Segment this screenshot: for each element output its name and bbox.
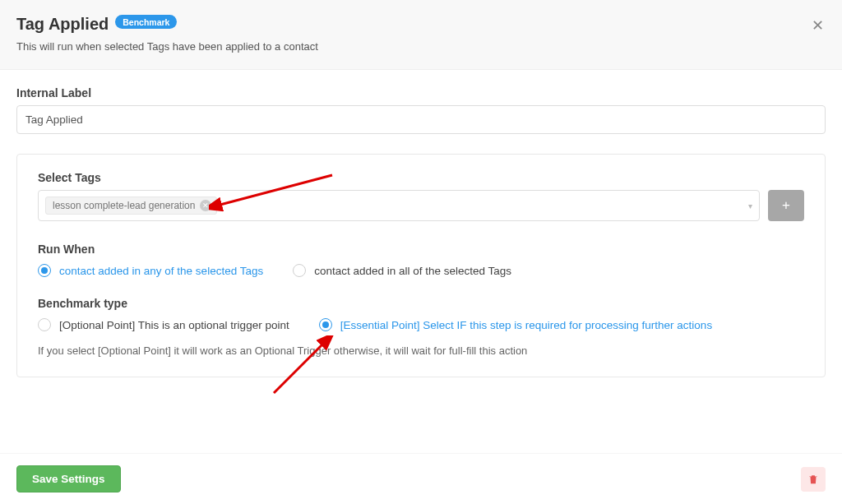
run-when-label: Run When xyxy=(38,243,804,256)
trash-icon xyxy=(807,474,819,485)
settings-card: Select Tags lesson complete-lead generat… xyxy=(16,154,826,377)
benchmark-type-label: Benchmark type xyxy=(38,297,804,310)
internal-label-label: Internal Label xyxy=(16,86,826,99)
radio-dot-icon xyxy=(293,264,306,277)
add-tag-button[interactable]: + xyxy=(768,190,804,221)
tag-select[interactable]: lesson complete-lead generation ✕ ▾ xyxy=(38,190,760,221)
panel-body: Internal Label Select Tags lesson comple… xyxy=(0,70,842,377)
close-button[interactable]: ✕ xyxy=(812,18,824,33)
save-settings-button[interactable]: Save Settings xyxy=(16,465,121,492)
panel-footer: Save Settings xyxy=(0,453,842,504)
panel-title: Tag Applied xyxy=(16,15,109,34)
radio-label-any: contact added in any of the selected Tag… xyxy=(59,265,263,277)
panel-header: Tag Applied Benchmark This will run when… xyxy=(0,0,842,70)
header-title-row: Tag Applied Benchmark xyxy=(16,15,826,34)
select-tags-row: lesson complete-lead generation ✕ ▾ + xyxy=(38,190,804,221)
radio-run-when-any[interactable]: contact added in any of the selected Tag… xyxy=(38,264,263,277)
radio-dot-icon xyxy=(38,264,51,277)
benchmark-badge: Benchmark xyxy=(115,15,177,29)
radio-label-essential: [Essential Point] Select IF this step is… xyxy=(340,319,712,331)
run-when-options: contact added in any of the selected Tag… xyxy=(38,264,804,277)
internal-label-input[interactable] xyxy=(16,105,826,134)
radio-run-when-all[interactable]: contact added in all of the selected Tag… xyxy=(293,264,511,277)
benchmark-hint: If you select [Optional Point] it will w… xyxy=(38,344,804,357)
radio-dot-icon xyxy=(38,318,51,331)
delete-button[interactable] xyxy=(801,467,826,492)
radio-label-all: contact added in all of the selected Tag… xyxy=(314,265,511,277)
radio-dot-icon xyxy=(319,318,332,331)
close-icon: ✕ xyxy=(812,17,824,34)
plus-icon: + xyxy=(782,197,790,214)
chevron-down-icon: ▾ xyxy=(748,201,752,210)
radio-benchmark-optional[interactable]: [Optional Point] This is an optional tri… xyxy=(38,318,289,331)
select-tags-label: Select Tags xyxy=(38,171,804,184)
radio-benchmark-essential[interactable]: [Essential Point] Select IF this step is… xyxy=(319,318,712,331)
tag-chip-label: lesson complete-lead generation xyxy=(53,200,195,211)
panel-description: This will run when selected Tags have be… xyxy=(16,40,826,53)
benchmark-type-options: [Optional Point] This is an optional tri… xyxy=(38,318,804,331)
remove-tag-icon[interactable]: ✕ xyxy=(200,200,211,211)
radio-label-optional: [Optional Point] This is an optional tri… xyxy=(59,319,289,331)
tag-chip: lesson complete-lead generation ✕ xyxy=(45,197,217,215)
